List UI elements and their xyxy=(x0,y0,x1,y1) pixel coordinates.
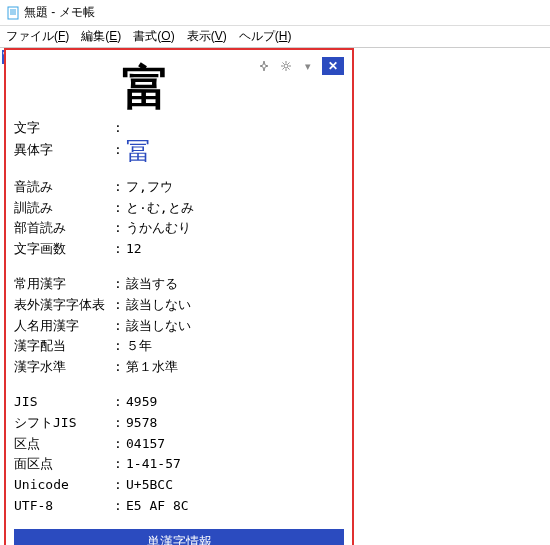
label-onyomi: 音読み xyxy=(14,177,114,198)
value-kuten: 04157 xyxy=(126,434,344,455)
value-utf8: E5 AF 8C xyxy=(126,496,344,517)
window-titlebar: 無題 - メモ帳 xyxy=(0,0,550,26)
value-bushuyomi: うかんむり xyxy=(126,218,344,239)
label-menkuten: 面区点 xyxy=(14,454,114,475)
menubar: ファイル(F) 編集(E) 書式(O) 表示(V) ヘルプ(H) xyxy=(0,26,550,48)
label-joyo: 常用漢字 xyxy=(14,274,114,295)
kanji-info-panel: ▾ ✕ 富 文字: 異体字:冨 音読み:フ,フウ 訓読み:と·む,とみ 部首読み… xyxy=(4,48,354,545)
menu-format[interactable]: 書式(O) xyxy=(133,28,174,45)
window-title: 無題 - メモ帳 xyxy=(24,4,95,21)
label-haitou: 漢字配当 xyxy=(14,336,114,357)
value-menkuten: 1-41-57 xyxy=(126,454,344,475)
svg-point-4 xyxy=(284,64,288,68)
value-strokes: 12 xyxy=(126,239,344,260)
menu-help[interactable]: ヘルプ(H) xyxy=(239,28,292,45)
value-onyomi: フ,フウ xyxy=(126,177,344,198)
value-haitou: ５年 xyxy=(126,336,344,357)
value-kunyomi: と·む,とみ xyxy=(126,198,344,219)
menu-view[interactable]: 表示(V) xyxy=(187,28,227,45)
label-hyogai: 表外漢字字体表 xyxy=(14,295,114,316)
label-level: 漢字水準 xyxy=(14,357,114,378)
label-strokes: 文字画数 xyxy=(14,239,114,260)
value-variant[interactable]: 冨 xyxy=(126,139,344,163)
label-utf8: UTF-8 xyxy=(14,496,114,517)
value-level: 第１水準 xyxy=(126,357,344,378)
pin-icon[interactable] xyxy=(256,58,272,74)
value-jis: 4959 xyxy=(126,392,344,413)
value-jinmei: 該当しない xyxy=(126,316,344,337)
label-sjis: シフトJIS xyxy=(14,413,114,434)
svg-rect-0 xyxy=(8,7,18,19)
value-char xyxy=(126,118,344,139)
notepad-icon xyxy=(6,6,20,20)
value-hyogai: 該当しない xyxy=(126,295,344,316)
label-unicode: Unicode xyxy=(14,475,114,496)
label-kuten: 区点 xyxy=(14,434,114,455)
gear-icon[interactable] xyxy=(278,58,294,74)
menu-file[interactable]: ファイル(F) xyxy=(6,28,69,45)
value-joyo: 該当する xyxy=(126,274,344,295)
editor-area[interactable]: 富 ▾ ✕ 富 文字: 異体字:冨 音読み:フ,フウ 訓読み:と·む,とみ 部首… xyxy=(0,48,550,52)
label-char: 文字 xyxy=(14,118,114,139)
chevron-down-icon[interactable]: ▾ xyxy=(300,58,316,74)
label-bushuyomi: 部首読み xyxy=(14,218,114,239)
menu-edit[interactable]: 編集(E) xyxy=(81,28,121,45)
label-variant: 異体字 xyxy=(14,140,114,161)
label-jis: JIS xyxy=(14,392,114,413)
value-unicode: U+5BCC xyxy=(126,475,344,496)
close-button[interactable]: ✕ xyxy=(322,57,344,75)
label-kunyomi: 訓読み xyxy=(14,198,114,219)
label-jinmei: 人名用漢字 xyxy=(14,316,114,337)
kanji-info-button[interactable]: 単漢字情報 xyxy=(14,529,344,545)
value-sjis: 9578 xyxy=(126,413,344,434)
